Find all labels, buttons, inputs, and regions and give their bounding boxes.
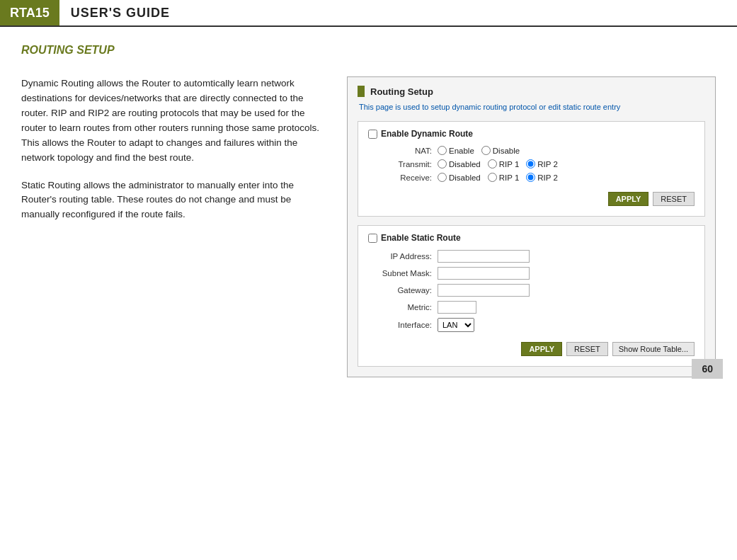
transmit-rip1-radio[interactable] [488,159,497,168]
nat-radio-group: Enable Disable [438,146,520,155]
enable-static-route-label[interactable]: Enable Static Route [368,233,695,243]
nat-enable-radio[interactable] [438,146,447,155]
receive-label: Receive: [368,173,432,182]
enable-dynamic-route-checkbox[interactable] [368,130,377,139]
gateway-row: Gateway: [368,284,695,297]
receive-rip1-label[interactable]: RIP 1 [488,173,520,182]
gateway-input[interactable] [438,284,530,297]
transmit-rip2-radio[interactable] [526,159,535,168]
interface-label: Interface: [368,321,432,329]
gateway-label: Gateway: [368,286,432,295]
panel-title-bar: Routing Setup [358,86,705,97]
static-routing-description: Static Routing allows the administrator … [21,178,326,223]
subnet-mask-row: Subnet Mask: [368,267,695,280]
receive-disabled-radio[interactable] [438,173,447,182]
interface-row: Interface: LAN WAN [368,318,695,332]
router-panel: Routing Setup This page is used to setup… [347,76,716,377]
ip-address-label: IP Address: [368,252,432,261]
metric-label: Metric: [368,303,432,312]
dynamic-reset-button[interactable]: RESET [653,192,695,206]
dynamic-routing-description: Dynamic Routing allows the Router to aut… [21,76,326,166]
subnet-mask-input[interactable] [438,267,530,280]
transmit-rip2-label[interactable]: RIP 2 [526,159,558,168]
nat-row: NAT: Enable Disable [368,146,695,155]
metric-input[interactable] [438,301,476,314]
enable-static-route-checkbox[interactable] [368,234,377,243]
static-apply-button[interactable]: APPLY [521,342,562,356]
page-content: ROUTING SETUP Dynamic Routing allows the… [0,27,737,392]
transmit-rip1-label[interactable]: RIP 1 [488,159,520,168]
receive-rip2-label[interactable]: RIP 2 [526,173,558,182]
header: RTA15 USER'S GUIDE [0,0,737,27]
show-route-table-button[interactable]: Show Route Table... [612,342,695,356]
static-route-section: Enable Static Route IP Address: Subnet M… [358,225,705,367]
two-col-layout: Dynamic Routing allows the Router to aut… [21,76,716,377]
enable-dynamic-route-label[interactable]: Enable Dynamic Route [368,129,695,139]
receive-row: Receive: Disabled RIP 1 [368,173,695,182]
nat-label: NAT: [368,147,432,155]
nat-disable-radio[interactable] [481,146,491,155]
receive-rip2-radio[interactable] [526,173,535,182]
section-heading: ROUTING SETUP [21,44,716,57]
receive-disabled-label[interactable]: Disabled [438,173,481,182]
dynamic-btn-row: APPLY RESET [368,192,695,206]
product-name: RTA15 [0,0,59,25]
dynamic-apply-button[interactable]: APPLY [608,192,649,206]
metric-row: Metric: [368,301,695,314]
transmit-disabled-label[interactable]: Disabled [438,159,481,168]
right-column: Routing Setup This page is used to setup… [347,76,716,377]
left-column: Dynamic Routing allows the Router to aut… [21,76,326,235]
transmit-label: Transmit: [368,160,432,168]
receive-rip1-radio[interactable] [488,173,497,182]
panel-title-text: Routing Setup [370,86,433,97]
panel-subtitle: This page is used to setup dynamic routi… [358,103,705,111]
ip-address-row: IP Address: [368,250,695,263]
subnet-mask-label: Subnet Mask: [368,269,432,278]
page-number: 60 [692,359,723,379]
static-btn-row: APPLY RESET Show Route Table... [368,342,695,356]
static-reset-button[interactable]: RESET [566,342,608,356]
transmit-row: Transmit: Disabled RIP 1 [368,159,695,168]
nat-enable-label[interactable]: Enable [438,146,474,155]
dynamic-route-section: Enable Dynamic Route NAT: Enable [358,121,705,217]
transmit-disabled-radio[interactable] [438,159,447,168]
transmit-radio-group: Disabled RIP 1 RIP 2 [438,159,558,168]
receive-radio-group: Disabled RIP 1 RIP 2 [438,173,558,182]
guide-title: USER'S GUIDE [59,6,170,21]
panel-title-indicator [358,86,365,97]
ip-address-input[interactable] [438,250,530,263]
interface-select[interactable]: LAN WAN [438,318,474,332]
nat-disable-label[interactable]: Disable [481,146,520,155]
